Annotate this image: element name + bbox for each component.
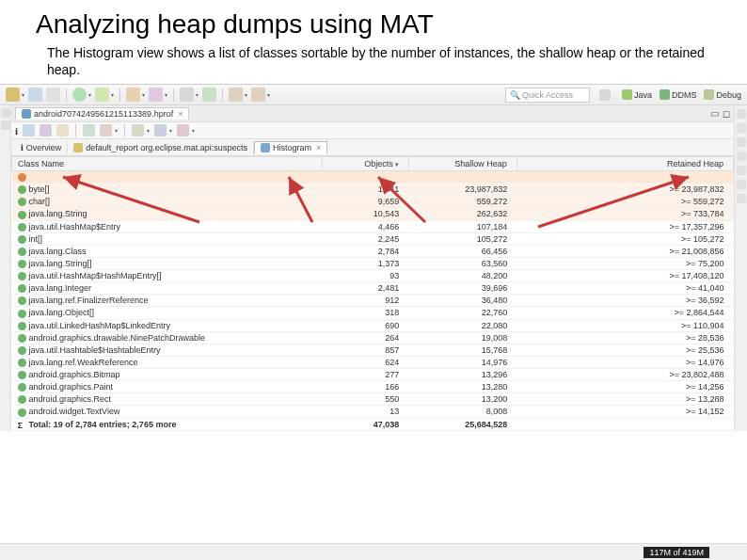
close-icon[interactable]: × [178,109,183,119]
table-row[interactable]: int[]2,245105,272>= 105,272 [12,232,734,245]
col-objects[interactable]: Objects▾ [322,157,408,171]
table-row[interactable]: android.widget.TextView138,008>= 14,152 [12,406,734,418]
gutter-icon[interactable] [737,194,746,203]
report-icon[interactable] [100,124,112,136]
gutter-icon[interactable] [737,166,746,175]
tab-overview[interactable]: i Overview [15,141,68,153]
minimize-icon[interactable]: ▭ [710,108,719,119]
quick-access-input[interactable]: 🔍 Quick Access [505,88,590,103]
dominator-icon[interactable] [40,124,52,136]
tab-histogram[interactable]: Histogram × [254,141,327,154]
compare-icon[interactable] [154,124,167,136]
oql-icon[interactable] [56,124,69,136]
export-icon[interactable] [177,124,189,136]
inner-tab-bar: i Overview default_report org.eclipse.ma… [11,139,734,156]
debug-icon[interactable] [95,88,109,102]
table-row[interactable]: java.lang.ref.WeakReference62414,976>= 1… [12,356,734,368]
nav-fwd-icon[interactable] [251,88,265,102]
run-icon[interactable] [72,88,87,102]
table-row[interactable]: java.util.LinkedHashMap$LinkedEntry69022… [12,319,734,331]
table-row[interactable]: java.lang.Integer2,48139,696>= 41,040 [12,282,734,295]
info-icon: i [21,142,24,152]
histogram-icon[interactable] [23,124,35,136]
package-icon[interactable] [126,88,140,102]
perspective-switch-icon[interactable] [599,89,611,101]
status-bar: 117M of 419M [0,543,747,560]
table-row[interactable]: android.graphics.Paint16613,280>= 14,256 [12,381,734,393]
report-icon [73,143,83,152]
col-shallow[interactable]: Shallow Heap [408,157,517,171]
ide-window: ▾ ▾ ▾ ▾ ▾ ▾ ▾ ▾ 🔍 Quick Access Java DDMS… [0,84,747,431]
slide-title: Analyzing heap dumps using MAT [0,0,747,43]
debug-perspective-button[interactable]: Debug [704,89,741,100]
maximize-icon[interactable]: ◻ [723,108,730,119]
table-row[interactable]: java.util.HashMap$Entry4,466107,184>= 17… [12,220,734,232]
table-row[interactable]: char[]9,659559,272>= 559,272 [12,196,734,208]
class-icon[interactable] [149,88,163,102]
new-icon[interactable] [6,88,20,102]
editor-area: android7074249561215113389.hprof × ▭ ◻ i… [11,105,734,431]
gutter-icon[interactable] [737,137,746,147]
main-toolbar: ▾ ▾ ▾ ▾ ▾ ▾ ▾ ▾ 🔍 Quick Access Java DDMS… [0,85,747,105]
table-row[interactable]: android.graphics.Rect55013,200>= 13,288 [12,393,734,406]
editor-tab-bar: android7074249561215113389.hprof × ▭ ◻ [11,105,734,122]
gutter-icon[interactable] [737,180,746,189]
ddms-perspective-button[interactable]: DDMS [660,89,697,100]
search-icon[interactable] [202,88,216,102]
hprof-icon [22,109,31,119]
table-row[interactable]: java.lang.Class2,78466,456>= 21,008,856 [12,245,734,257]
histogram-icon [261,143,270,152]
table-row[interactable]: android.graphics.drawable.NinePatchDrawa… [12,331,734,344]
col-retained[interactable]: Retained Heap [517,157,733,171]
tab-report[interactable]: default_report org.eclipse.mat.api:suspe… [68,142,254,153]
info-icon[interactable]: i [15,125,18,136]
editor-tab-hprof[interactable]: android7074249561215113389.hprof × [15,107,189,120]
table-row[interactable]: byte[]1,54123,987,832>= 23,987,832 [12,184,734,196]
nav-back-icon[interactable] [229,88,243,102]
memory-status: 117M of 419M [644,547,709,558]
search-icon: 🔍 [510,90,520,100]
thread-icon[interactable] [83,124,95,136]
java-perspective-button[interactable]: Java [622,89,652,100]
gutter-icon[interactable] [1,120,10,130]
left-view-gutter [0,105,11,431]
open-type-icon[interactable] [180,88,194,102]
save-icon[interactable] [28,88,42,102]
table-row[interactable]: java.lang.ref.FinalizerReference91236,48… [12,295,734,307]
regex-row[interactable] [12,171,734,184]
close-icon[interactable]: × [316,143,321,152]
save-all-icon[interactable] [46,88,60,102]
total-row: ΣTotal: 19 of 2,784 entries; 2,765 more4… [12,418,734,430]
mat-toolbar: i ▾ ▾ ▾ ▾ [11,122,734,139]
gutter-icon[interactable] [737,109,746,119]
table-row[interactable]: java.lang.String10,543262,632>= 733,784 [12,208,734,220]
calc-icon[interactable] [132,124,144,136]
gutter-icon[interactable] [737,152,746,161]
histogram-table: Class Name Objects▾ Shallow Heap Retaine… [11,156,734,431]
table-row[interactable]: java.util.HashMap$HashMapEntry[]9348,200… [12,270,734,282]
right-view-gutter [734,105,747,431]
table-row[interactable]: android.graphics.Bitmap27713,296>= 23,80… [12,369,734,381]
col-class-name[interactable]: Class Name [12,157,323,171]
table-row[interactable]: java.util.Hashtable$HashtableEntry85715,… [12,344,734,356]
gutter-icon[interactable] [737,123,746,133]
slide-description: The Histogram view shows a list of class… [0,43,747,84]
gutter-icon[interactable] [1,108,10,118]
table-row[interactable]: java.lang.Object[]31822,760>= 2,864,544 [12,307,734,319]
table-row[interactable]: java.lang.String[]1,37363,560>= 75,200 [12,257,734,269]
